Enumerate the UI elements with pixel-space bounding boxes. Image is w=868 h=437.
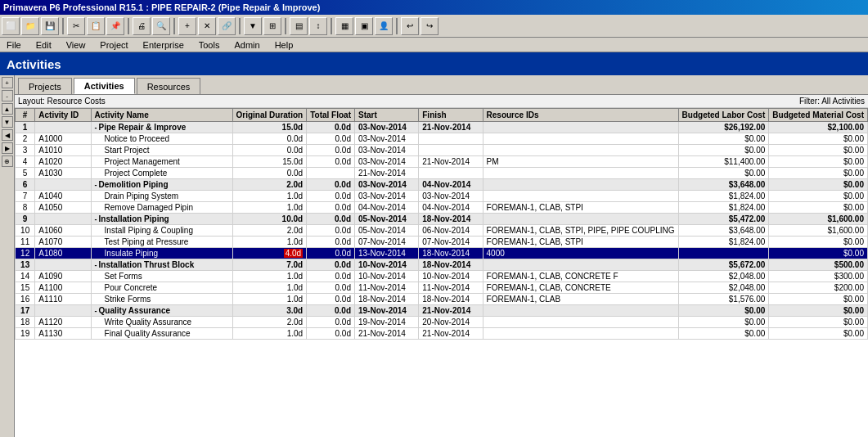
cell-resource <box>483 179 678 191</box>
th-orig-dur[interactable]: Original Duration <box>232 109 307 122</box>
toolbar-btn-copy[interactable]: 📋 <box>87 17 105 35</box>
tab-projects[interactable]: Projects <box>18 78 72 94</box>
toolbar-btn-open[interactable]: 📁 <box>21 17 39 35</box>
table-row[interactable]: 15 A1100 Pour Concrete 1.0d 0.0d 11-Nov-… <box>16 282 868 294</box>
toolbar-btn-add[interactable]: + <box>178 17 196 35</box>
menu-edit[interactable]: Edit <box>33 40 55 50</box>
toolbar-btn-sort[interactable]: ↕ <box>309 17 327 35</box>
table-row[interactable]: 17 -Quality Assurance 3.0d 0.0d 19-Nov-2… <box>16 305 868 317</box>
table-row[interactable]: 7 A1040 Drain Piping System 1.0d 0.0d 03… <box>16 191 868 202</box>
table-row[interactable]: 5 A1030 Project Complete 0.0d 21-Nov-201… <box>16 168 868 179</box>
table-row[interactable]: 11 A1070 Test Piping at Pressure 1.0d 0.… <box>16 237 868 248</box>
toolbar-btn-delete[interactable]: ✕ <box>198 17 216 35</box>
cell-total-float: 0.0d <box>307 145 355 156</box>
cell-finish: 18-Nov-2014 <box>419 259 483 271</box>
menu-tools[interactable]: Tools <box>196 40 223 50</box>
cell-start: 13-Nov-2014 <box>355 248 419 259</box>
table-row[interactable]: 10 A1060 Install Piping & Coupling 2.0d … <box>16 225 868 237</box>
menu-view[interactable]: View <box>63 40 89 50</box>
toolbar-btn-gantt[interactable]: ▦ <box>335 17 353 35</box>
toolbar-btn-group[interactable]: ▤ <box>290 17 308 35</box>
th-finish[interactable]: Finish <box>419 109 483 122</box>
sidebar-icon-4[interactable]: ▼ <box>2 116 13 128</box>
sidebar-icon-5[interactable]: ◀ <box>2 129 13 141</box>
th-budget-labor[interactable]: Budgeted Labor Cost <box>678 109 769 122</box>
cell-orig-dur: 15.0d <box>232 156 307 168</box>
tab-activities[interactable]: Activities <box>74 78 135 94</box>
cell-orig-dur: 1.0d <box>232 282 307 294</box>
toolbar-btn-link[interactable]: 🔗 <box>218 17 236 35</box>
cell-id: A1030 <box>35 168 91 179</box>
cell-num: 19 <box>16 328 35 340</box>
cell-id: A1040 <box>35 191 91 202</box>
menu-admin[interactable]: Admin <box>231 40 263 50</box>
menu-project[interactable]: Project <box>97 40 131 50</box>
cell-id: A1090 <box>35 271 91 282</box>
toolbar-btn-cut[interactable]: ✂ <box>67 17 85 35</box>
cell-budget-material: $500.00 <box>769 259 868 271</box>
sidebar-icon-6[interactable]: ▶ <box>2 142 13 154</box>
cell-start: 04-Nov-2014 <box>355 202 419 214</box>
table-row[interactable]: 19 A1130 Final Quality Assurance 1.0d 0.… <box>16 328 868 340</box>
cell-budget-labor[interactable] <box>678 248 769 259</box>
toolbar-btn-resource[interactable]: 👤 <box>375 17 393 35</box>
table-row[interactable]: 3 A1010 Start Project 0.0d 0.0d 03-Nov-2… <box>16 145 868 156</box>
cell-num: 4 <box>16 156 35 168</box>
menu-file[interactable]: File <box>3 40 25 50</box>
cell-num: 15 <box>16 282 35 294</box>
table-row[interactable]: 1 -Pipe Repair & Improve 15.0d 0.0d 03-N… <box>16 122 868 133</box>
cell-resource <box>483 191 678 202</box>
toolbar-btn-new[interactable]: ⬜ <box>2 17 20 35</box>
table-row[interactable]: 16 A1110 Strike Forms 1.0d 0.0d 18-Nov-2… <box>16 294 868 305</box>
toolbar-btn-print[interactable]: 🖨 <box>133 17 151 35</box>
table-row[interactable]: 2 A1000 Notice to Proceed 0.0d 0.0d 03-N… <box>16 133 868 145</box>
toolbar-btn-paste[interactable]: 📌 <box>106 17 124 35</box>
cell-total-float: 0.0d <box>307 156 355 168</box>
th-activity-name[interactable]: Activity Name <box>91 109 232 122</box>
th-budget-material[interactable]: Budgeted Material Cost <box>769 109 868 122</box>
cell-total-float: 0.0d <box>307 214 355 225</box>
cell-name: Strike Forms <box>91 294 232 305</box>
th-total-float[interactable]: Total Float <box>307 109 355 122</box>
cell-orig-dur: 1.0d <box>232 191 307 202</box>
table-row[interactable]: 4 A1020 Project Management 15.0d 0.0d 03… <box>16 156 868 168</box>
cell-name: Write Quality Assurance <box>91 317 232 328</box>
sidebar-icon-2[interactable]: - <box>2 90 13 101</box>
title-bar: Primavera P6 Professional R15.1 : PIPE R… <box>0 0 868 15</box>
table-container[interactable]: Layout: Resource Costs Filter: All Activ… <box>15 95 868 437</box>
table-row[interactable]: 12 A1080 Insulate Piping 4.0d 0.0d 13-No… <box>16 248 868 259</box>
toolbar-btn-bars[interactable]: ▣ <box>355 17 373 35</box>
table-body: 1 -Pipe Repair & Improve 15.0d 0.0d 03-N… <box>16 122 868 340</box>
toolbar-btn-layout[interactable]: ⊞ <box>263 17 281 35</box>
th-resource[interactable]: Resource IDs <box>483 109 678 122</box>
cell-num: 11 <box>16 237 35 248</box>
toolbar-btn-preview[interactable]: 🔍 <box>152 17 170 35</box>
th-start[interactable]: Start <box>355 109 419 122</box>
table-row[interactable]: 6 -Demolition Piping 2.0d 0.0d 03-Nov-20… <box>16 179 868 191</box>
cell-name: -Installation Piping <box>91 214 232 225</box>
toolbar-btn-filter[interactable]: ▼ <box>244 17 262 35</box>
table-row[interactable]: 13 -Installation Thrust Block 7.0d 0.0d … <box>16 259 868 271</box>
tab-resources[interactable]: Resources <box>137 78 201 94</box>
cell-orig-dur: 1.0d <box>232 202 307 214</box>
sidebar-icon-7[interactable]: ⊕ <box>2 155 13 167</box>
cell-budget-labor: $1,576.00 <box>678 294 769 305</box>
table-row[interactable]: 9 -Installation Piping 10.0d 0.0d 05-Nov… <box>16 214 868 225</box>
sidebar-icon-3[interactable]: ▲ <box>2 103 13 115</box>
table-row[interactable]: 18 A1120 Write Quality Assurance 2.0d 0.… <box>16 317 868 328</box>
toolbar-btn-save[interactable]: 💾 <box>41 17 59 35</box>
toolbar-btn-redo[interactable]: ↪ <box>421 17 438 35</box>
menu-help[interactable]: Help <box>272 40 297 50</box>
cell-budget-labor: $3,648.00 <box>678 179 769 191</box>
table-row[interactable]: 14 A1090 Set Forms 1.0d 0.0d 10-Nov-2014… <box>16 271 868 282</box>
cell-start: 03-Nov-2014 <box>355 156 419 168</box>
cell-name: Remove Damaged Pipin <box>91 202 232 214</box>
cell-budget-material: $0.00 <box>769 202 868 214</box>
cell-resource: FOREMAN-1, CLAB, CONCRETE <box>483 282 678 294</box>
table-row[interactable]: 8 A1050 Remove Damaged Pipin 1.0d 0.0d 0… <box>16 202 868 214</box>
cell-finish: 04-Nov-2014 <box>419 179 483 191</box>
menu-enterprise[interactable]: Enterprise <box>140 40 187 50</box>
th-activity-id[interactable]: Activity ID <box>35 109 91 122</box>
toolbar-btn-undo[interactable]: ↩ <box>401 17 419 35</box>
sidebar-icon-1[interactable]: + <box>2 77 13 88</box>
